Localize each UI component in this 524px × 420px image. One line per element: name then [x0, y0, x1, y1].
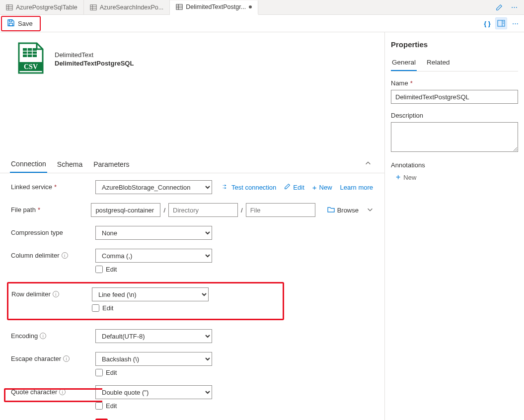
file-path-container-input[interactable] — [91, 203, 160, 217]
row-compression-type: Compression type None — [11, 226, 374, 240]
plus-icon: + — [312, 183, 317, 192]
csv-file-icon: CSV — [16, 42, 46, 75]
editor-tabs-bar: AzurePostgreSqlTable AzureSearchIndexPo.… — [0, 0, 524, 15]
name-field-label: Name — [391, 79, 408, 87]
row-quote-character: Quote character i Double quote (") Edit — [11, 385, 374, 410]
edit-label: Edit — [106, 266, 117, 273]
dataset-header: CSV DelimitedText DelimitedTextPostgreSQ… — [0, 32, 384, 85]
new-linked-service-button[interactable]: + New — [312, 183, 332, 192]
dataset-editor-pane: CSV DelimitedText DelimitedTextPostgreSQ… — [0, 32, 385, 420]
quote-character-label: Quote character — [11, 388, 57, 396]
row-file-path: File path * / / — [11, 203, 374, 217]
test-connection-icon — [222, 183, 229, 192]
svg-rect-8 — [176, 4, 182, 10]
tab-parameters[interactable]: Parameters — [92, 155, 130, 172]
toolbar: Save { } ⋯ — [0, 15, 524, 32]
linked-service-label: Linked service — [11, 183, 52, 191]
highlight-row-delimiter: Row delimiter i Line feed (\n) Edit — [7, 282, 284, 320]
escape-character-select[interactable]: Backslash (\) — [95, 352, 212, 366]
save-button[interactable]: Save — [2, 17, 40, 30]
row-column-delimiter: Column delimiter i Comma (,) Edit — [11, 249, 374, 273]
properties-tab-related[interactable]: Related — [426, 56, 451, 71]
row-linked-service: Linked service * AzureBlobStorage_Connec… — [11, 180, 374, 194]
learn-more-link[interactable]: Learn more — [340, 184, 373, 191]
pencil-icon — [284, 183, 291, 191]
browse-button[interactable]: Browse — [327, 206, 359, 214]
test-connection-button[interactable]: Test connection — [222, 183, 276, 192]
encoding-select[interactable]: Default(UTF-8) — [95, 329, 212, 343]
edit-linked-service-button[interactable]: Edit — [284, 183, 304, 191]
properties-pane: Properties General Related Name * Descri… — [385, 32, 524, 420]
save-label: Save — [18, 20, 33, 27]
svg-rect-12 — [9, 20, 12, 22]
tab-label: DelimitedTextPostgr... — [186, 3, 246, 10]
unsaved-indicator-icon — [249, 5, 252, 8]
properties-title: Properties — [391, 40, 518, 49]
compression-type-select[interactable]: None — [95, 226, 212, 240]
dataset-section-tabs: Connection Schema Parameters — [0, 155, 384, 173]
dataset-icon — [90, 4, 97, 11]
svg-text:CSV: CSV — [24, 63, 38, 70]
svg-rect-18 — [23, 48, 37, 57]
annotations-label: Annotations — [391, 161, 518, 169]
more-icon[interactable]: ⋯ — [509, 17, 521, 29]
tab-azure-postgres-table[interactable]: AzurePostgreSqlTable — [0, 0, 84, 14]
info-icon[interactable]: i — [40, 333, 46, 339]
dataset-icon — [6, 4, 13, 11]
tab-label: AzureSearchIndexPo... — [100, 4, 164, 11]
edit-label: Edit — [102, 304, 113, 312]
info-icon[interactable]: i — [63, 355, 70, 362]
collapse-section-icon[interactable] — [365, 160, 372, 168]
tab-connection[interactable]: Connection — [10, 155, 47, 173]
row-escape-character: Escape character i Backslash (\) Edit — [11, 352, 374, 376]
description-field-label: Description — [391, 112, 423, 119]
info-icon[interactable]: i — [53, 291, 59, 297]
svg-rect-4 — [90, 4, 96, 10]
folder-icon — [327, 206, 335, 214]
connection-form: Linked service * AzureBlobStorage_Connec… — [0, 173, 384, 420]
compression-type-label: Compression type — [11, 229, 63, 236]
path-dropdown-chevron-icon[interactable] — [367, 206, 374, 214]
linked-service-select[interactable]: AzureBlobStorage_Connection — [95, 180, 212, 194]
tab-label: AzurePostgreSqlTable — [16, 4, 77, 11]
save-icon — [7, 19, 15, 28]
required-marker: * — [54, 183, 57, 191]
properties-panel-toggle-icon[interactable] — [495, 17, 507, 29]
path-separator: / — [241, 207, 243, 214]
name-input[interactable] — [391, 90, 518, 104]
quote-character-edit-checkbox[interactable] — [95, 402, 103, 410]
column-delimiter-label: Column delimiter — [11, 252, 60, 259]
highlight-save: Save — [1, 16, 41, 31]
plus-icon: + — [396, 173, 400, 182]
required-marker: * — [38, 206, 40, 213]
tab-delimited-text-postgres[interactable]: DelimitedTextPostgr... — [170, 0, 258, 15]
quote-character-select[interactable]: Double quote (") — [95, 385, 212, 399]
file-path-directory-input[interactable] — [168, 203, 238, 217]
edit-pencil-icon[interactable] — [493, 1, 505, 13]
svg-rect-0 — [6, 4, 12, 10]
file-path-file-input[interactable] — [246, 203, 315, 217]
row-row-delimiter: Row delimiter i Line feed (\n) Edit — [11, 287, 280, 312]
properties-tab-general[interactable]: General — [391, 56, 417, 71]
add-annotation-button[interactable]: + New — [391, 173, 518, 182]
info-icon[interactable]: i — [59, 389, 66, 395]
row-delimiter-edit-checkbox[interactable] — [92, 304, 99, 312]
column-delimiter-edit-checkbox[interactable] — [95, 266, 103, 273]
dataset-icon — [176, 3, 183, 10]
escape-character-edit-checkbox[interactable] — [95, 369, 103, 376]
edit-label: Edit — [106, 369, 117, 376]
more-icon[interactable]: ⋯ — [508, 1, 520, 13]
required-marker: * — [410, 79, 413, 87]
tab-azure-search-index[interactable]: AzureSearchIndexPo... — [84, 0, 170, 14]
path-separator: / — [163, 207, 165, 214]
info-icon[interactable]: i — [62, 252, 68, 259]
tab-schema[interactable]: Schema — [56, 155, 83, 172]
row-delimiter-select[interactable]: Line feed (\n) — [92, 287, 209, 301]
column-delimiter-select[interactable]: Comma (,) — [95, 249, 212, 263]
svg-rect-13 — [9, 23, 13, 26]
code-braces-icon[interactable]: { } — [481, 17, 493, 29]
tabs-bar-actions: ⋯ — [493, 1, 524, 13]
description-textarea[interactable] — [391, 122, 518, 152]
escape-character-label: Escape character — [11, 355, 61, 362]
dataset-type-label: DelimitedText — [55, 51, 134, 59]
